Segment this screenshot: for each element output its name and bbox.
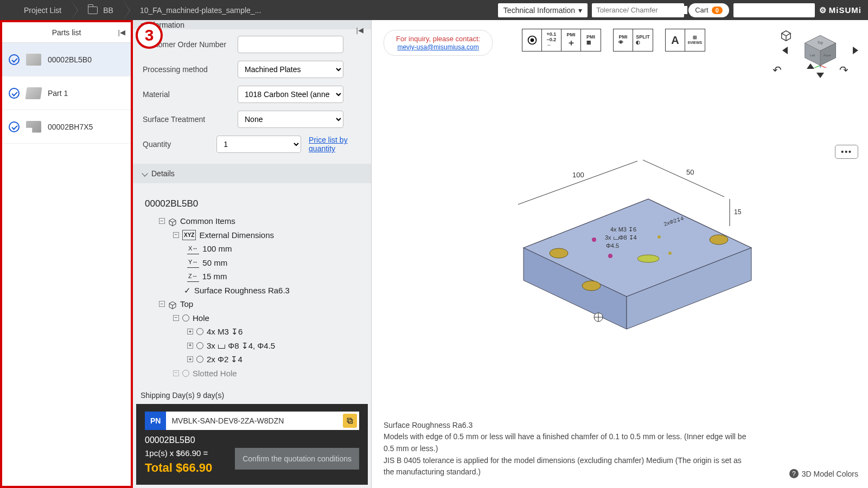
confirm-quotation-button[interactable]: Confirm the quotation conditions (235, 448, 359, 470)
breadcrumb-project-list[interactable]: Project List (0, 0, 71, 20)
check-icon (9, 121, 20, 132)
views-button[interactable]: ⊞6VIEWS (685, 29, 705, 51)
svg-text:15: 15 (734, 208, 742, 216)
part-number: MVBLK-SAN-DEV8-2ZA-W8DZN (166, 416, 343, 425)
text-button[interactable]: A (666, 29, 685, 51)
pmi-list-button[interactable]: PMI▦ (581, 29, 601, 51)
tree-node[interactable]: −Top (159, 297, 359, 311)
split-button[interactable]: SPLIT◐ (633, 29, 653, 51)
collapse-left-icon[interactable]: |◀ (118, 28, 125, 36)
hole-icon (196, 342, 203, 349)
svg-point-24 (550, 248, 568, 258)
part-thumb-icon (26, 121, 41, 133)
qty-select[interactable]: 1 (216, 136, 301, 153)
cart-count-badge: 0 (712, 7, 723, 14)
annotation-step-3: 3 (136, 22, 163, 49)
part-name: 00002BH7X5 (48, 123, 93, 131)
svg-point-29 (658, 235, 661, 239)
more-button[interactable]: ••• (835, 145, 858, 159)
account-box[interactable] (733, 3, 815, 17)
tree-leaf[interactable]: +4x M3 ↧6 (187, 325, 359, 339)
roughness-icon: ✓ (184, 284, 191, 298)
svg-rect-2 (349, 420, 353, 423)
processing-select[interactable]: Machined Plates (238, 61, 343, 78)
svg-text:Left: Left (810, 54, 815, 57)
inquiry-text: For inquiry, please contact: (396, 35, 480, 43)
gd-t-button[interactable] (522, 29, 542, 51)
tree-leaf[interactable]: Z↔15 mm (187, 269, 359, 284)
surface-select[interactable]: None (238, 111, 343, 128)
folder-icon (88, 7, 98, 14)
breadcrumb-file[interactable]: 10_FA_machined-plates_sample_... (130, 0, 271, 20)
svg-text:3x ⌴Φ8 ↧4: 3x ⌴Φ8 ↧4 (605, 234, 637, 241)
svg-text:100: 100 (572, 171, 584, 179)
model-colors-link[interactable]: ?3D Model Colors (789, 469, 858, 478)
y-dim-icon: Y↔ (187, 257, 199, 268)
tree-node[interactable]: −Common Items (159, 214, 359, 228)
svg-line-15 (518, 161, 637, 204)
tree-node[interactable]: −Slotted Hole (173, 367, 359, 381)
svg-line-17 (643, 160, 724, 197)
svg-point-26 (582, 281, 601, 291)
part-item[interactable]: Part 1 (2, 76, 131, 110)
hole-icon (182, 370, 189, 377)
z-dim-icon: Z↔ (187, 271, 199, 282)
nav-up[interactable] (807, 63, 814, 69)
3d-viewer[interactable]: For inquiry, please contact: meviy-usa@m… (372, 20, 868, 488)
material-label: Material (143, 90, 238, 99)
chevron-down-icon (142, 170, 148, 176)
search-input[interactable] (596, 6, 687, 14)
svg-text:4x M3 ↧6: 4x M3 ↧6 (610, 226, 636, 233)
info-panel-header: c Information |◀ (133, 20, 371, 29)
collapse-info-icon[interactable]: |◀ (356, 26, 363, 34)
part-item[interactable]: 00002BH7X5 (2, 110, 131, 144)
breadcrumb-folder[interactable]: BB (78, 0, 123, 20)
part-name: 00002BL5B0 (48, 55, 92, 64)
part-item[interactable]: 00002BL5B0 (2, 43, 131, 76)
copy-icon[interactable] (343, 414, 357, 428)
viewer-toolbar: +0.1−0.2↔ PMI＋ PMI▦ PMI👁 SPLIT◐ A ⊞6VIEW… (522, 29, 705, 52)
top-bar: Project List BB 10_FA_machined-plates_sa… (0, 0, 868, 20)
tree-leaf[interactable]: X↔100 mm (187, 242, 359, 256)
price-part-name: 00002BL5B0 (145, 435, 359, 445)
details-toggle[interactable]: Details (133, 164, 371, 183)
svg-text:Top: Top (818, 41, 824, 45)
tree-leaf[interactable]: +2x Φ2 ↧4 (187, 352, 359, 367)
info-panel: c Information |◀ Customer Order Number P… (133, 20, 372, 488)
nav-right[interactable] (853, 47, 858, 54)
tree-leaf[interactable]: ✓Surface Roughness Ra6.3 (173, 284, 359, 298)
cube-icon (168, 217, 177, 226)
check-icon (9, 88, 20, 99)
rotate-cw-icon[interactable]: ↷ (839, 63, 848, 76)
check-icon (9, 54, 20, 65)
tree-leaf[interactable]: +3x ⌴ Φ8 ↧4, Φ4.5 (187, 339, 359, 353)
inquiry-email-link[interactable]: meviy-usa@misumiusa.com (397, 43, 478, 51)
pmi-add-button[interactable]: PMI＋ (561, 29, 581, 51)
shipping-row: Shipping Day(s) 9 day(s) (133, 387, 371, 404)
nav-cube-widget[interactable]: Top Front Left (800, 33, 840, 68)
tolerance-button[interactable]: +0.1−0.2↔ (542, 29, 561, 51)
tree-part-name: 00002BL5B0 (145, 196, 359, 212)
rotate-ccw-icon[interactable]: ↶ (773, 63, 782, 76)
cart-button[interactable]: Cart0 (688, 3, 729, 17)
part-thumb-icon (25, 87, 42, 99)
pmi-hide-button[interactable]: PMI👁 (614, 29, 633, 51)
viewer-footer-text: Surface Roughness Ra6.3 Models with edge… (384, 420, 749, 478)
nav-cube: ↶↷ Top Front Left (782, 30, 858, 133)
chevron-down-icon: ▾ (578, 6, 582, 15)
tree-leaf[interactable]: Y↔50 mm (187, 256, 359, 270)
search-box[interactable] (592, 3, 684, 17)
svg-point-30 (668, 252, 672, 255)
cust-order-input[interactable] (238, 36, 343, 53)
svg-point-25 (710, 235, 728, 245)
parts-list-header: Parts list |◀ (2, 22, 131, 43)
pricelist-link[interactable]: Price list by quantity (309, 136, 361, 153)
tree-node[interactable]: −XYZExternal Dimensions (173, 228, 359, 242)
tree-node[interactable]: −Hole (173, 311, 359, 325)
parts-list-panel: Parts list |◀ 00002BL5B0 Part 1 00002BH7… (0, 20, 133, 488)
hole-icon (182, 314, 189, 322)
technical-info-dropdown[interactable]: Technical Information▾ (498, 3, 588, 17)
nav-left[interactable] (782, 47, 788, 54)
svg-rect-3 (347, 418, 351, 422)
material-select[interactable]: 1018 Carbon Steel (anneal... (238, 86, 343, 103)
